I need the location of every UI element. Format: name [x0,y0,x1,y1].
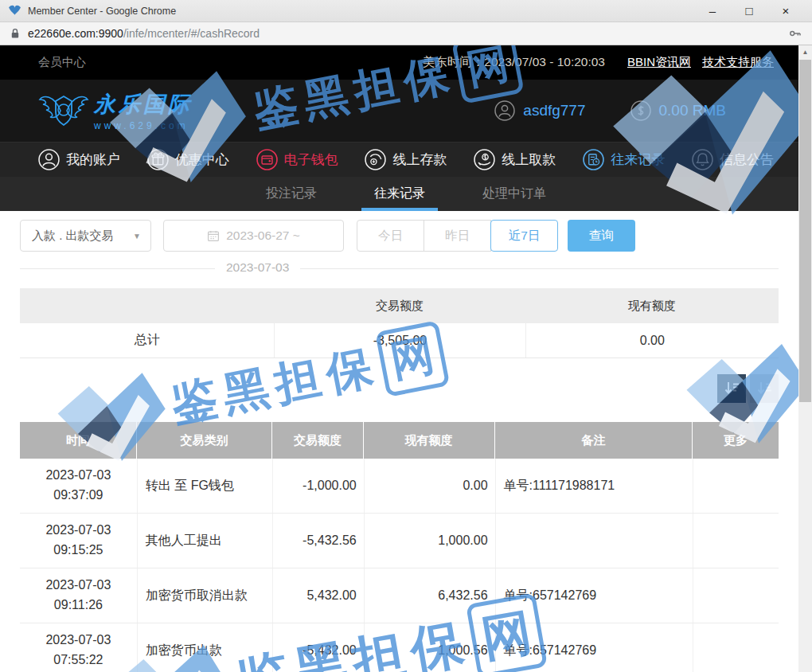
search-button[interactable]: 查询 [568,220,635,252]
nav-label: 信息公告 [720,150,774,169]
col-type: 交易类别 [137,422,273,459]
nav-label: 优惠中心 [175,150,229,169]
summary-total-row: 总计 -3,505.00 0.00 [20,323,779,358]
quick-range-group: 今日 昨日 近7日 [357,220,558,252]
url-host: e22660e.com:9900 [28,27,123,40]
balance-text: 0.00 RMB [659,102,726,119]
cell-type: 加密货币取消出款 [137,568,273,623]
cell-more [693,568,779,623]
cell-amount: -5,432.56 [272,514,363,568]
cell-amount: 5,432.00 [272,568,363,623]
us-eastern-time: 美东时间：2023/07/03 - 10:20:03 [423,54,605,71]
chevron-down-icon: ▼ [133,232,141,240]
cell-balance: 6,432.56 [364,568,495,623]
cell-note: 单号:111171988171 [495,459,693,513]
sort-ascending-button[interactable] [750,374,779,403]
cell-balance: 1,000.00 [364,514,495,568]
summary-total-label: 总计 [20,332,274,349]
cell-note [495,514,693,568]
bbin-news-link[interactable]: BBIN资讯网 [627,55,691,70]
cell-type: 转出 至 FG钱包 [137,459,273,513]
site-favicon [8,4,21,18]
cell-note: 单号:657142769 [495,568,693,623]
summary-header-balance: 现有额度 [525,299,779,314]
maximize-button[interactable]: □ [731,0,767,22]
minimize-button[interactable]: – [694,0,731,22]
window-titlebar: Member Center - Google Chrome – □ × [0,0,812,22]
cell-note: 单号:657142769 [495,623,693,672]
records-table: 时间 交易类别 交易额度 现有额度 备注 更多 2023-07-0309:37:… [20,422,779,672]
tech-support-link[interactable]: 技术支持服务 [702,55,774,70]
cell-time: 2023-07-0309:11:26 [20,568,137,623]
cell-more [693,459,779,513]
filter-bar: 入款 . 出款交易 ▼ 2023-06-27 ~ 今日 昨日 近7日 查询 [20,220,779,252]
account-balance[interactable]: 0.00 RMB [630,100,726,121]
col-balance: 现有额度 [364,422,495,459]
cell-more [693,623,779,672]
url-text[interactable]: e22660e.com:9900/infe/mcenter/#/cashReco… [28,27,260,40]
logo-text: 永乐国际 [94,90,193,119]
account-username[interactable]: asdfg777 [494,100,585,121]
bell-icon [692,149,713,170]
tab-bet-records[interactable]: 投注记录 [253,177,330,211]
deposit-icon [365,149,386,170]
close-button[interactable]: × [767,0,804,22]
page-scrollbar[interactable]: ▲ [798,45,812,672]
scrollbar-thumb[interactable] [799,60,811,402]
transaction-type-select[interactable]: 入款 . 出款交易 ▼ [20,220,151,252]
cell-time: 2023-07-0307:55:22 [20,623,137,672]
last7days-button[interactable]: 近7日 [490,220,558,252]
sort-descending-button[interactable] [717,374,746,403]
nav-label: 电子钱包 [284,150,338,169]
col-more: 更多 [693,422,779,459]
summary-total-balance: 0.00 [525,323,779,357]
logo-site-url: www.629.com [94,120,193,131]
date-group-label: 2023-07-03 [215,260,300,275]
site-topbar: 会员中心 美东时间：2023/07/03 - 10:20:03 BBIN资讯网 … [0,45,812,80]
col-amount: 交易额度 [272,422,363,459]
wallet-icon [256,149,278,170]
main-navigation: 我的账户 优惠中心 电子钱包 线上存款 [0,142,812,177]
key-icon[interactable] [788,26,802,41]
member-center-label: 会员中心 [38,55,86,70]
nav-label: 线上存款 [392,150,447,169]
lock-icon [10,27,21,40]
col-time: 时间 [20,422,137,459]
col-note: 备注 [495,422,693,459]
logo-wings-icon [38,88,89,133]
nav-announcements[interactable]: 信息公告 [692,149,774,170]
yesterday-button[interactable]: 昨日 [424,220,491,252]
sort-asc-icon [755,379,774,398]
cell-balance: 1,000.56 [364,623,495,672]
withdrawal-icon [474,149,495,170]
nav-promotions[interactable]: 优惠中心 [147,149,229,170]
sub-navigation: 投注记录 往来记录 处理中订单 [0,177,812,211]
date-range-picker[interactable]: 2023-06-27 ~ [163,220,344,252]
nav-online-withdrawal[interactable]: 线上取款 [474,149,556,170]
table-row: 2023-07-0307:55:22 加密货币出款 -5,432.00 1,00… [20,623,779,672]
nav-online-deposit[interactable]: 线上存款 [365,149,447,170]
cell-more [693,514,779,568]
nav-label: 线上取款 [502,150,556,169]
summary-header-amount: 交易额度 [274,299,525,314]
cell-type: 加密货币出款 [137,623,273,672]
dollar-coin-icon [630,100,651,121]
username-text: asdfg777 [523,102,585,119]
today-button[interactable]: 今日 [357,220,424,252]
window-title: Member Center - Google Chrome [28,6,176,17]
nav-transaction-records[interactable]: 往来记录 [583,149,665,170]
summary-header-row: 交易额度 现有额度 [20,288,779,323]
table-row: 2023-07-0309:37:09 转出 至 FG钱包 -1,000.00 0… [20,459,779,514]
records-icon [583,149,604,170]
tab-pending-orders[interactable]: 处理中订单 [470,177,559,211]
site-logo[interactable]: 永乐国际 www.629.com [38,88,193,133]
date-range-value: 2023-06-27 ~ [226,229,300,243]
scroll-up-arrow[interactable]: ▲ [798,45,812,59]
address-bar[interactable]: e22660e.com:9900/infe/mcenter/#/cashReco… [0,22,812,45]
transaction-type-value: 入款 . 出款交易 [32,229,114,244]
nav-my-account[interactable]: 我的账户 [38,149,120,170]
cell-amount: -5,432.00 [272,623,363,672]
nav-e-wallet[interactable]: 电子钱包 [256,149,338,170]
sort-desc-icon [722,379,741,398]
tab-transaction-records[interactable]: 往来记录 [361,177,438,211]
